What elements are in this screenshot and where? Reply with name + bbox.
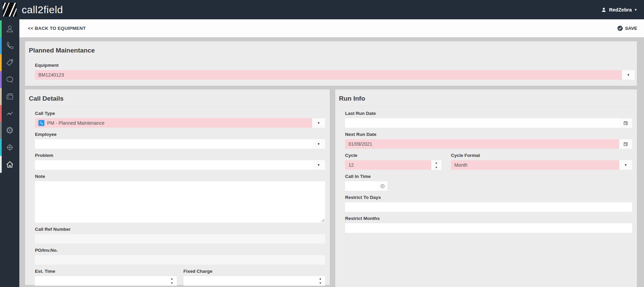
sidebar-item-tags[interactable] <box>0 54 19 71</box>
field-cycle-format: Cycle Format Month ▼ <box>451 153 632 170</box>
action-bar: << BACK TO EQUIPMENT SAVE <box>19 19 644 37</box>
employee-dropdown-button[interactable]: ▼ <box>312 139 325 149</box>
panel-title: Planned Mainentance <box>29 47 95 54</box>
field-restrict-days: Restrict To Days <box>345 195 632 212</box>
call-in-time-clock-button[interactable] <box>377 181 387 191</box>
sidebar-item-customers[interactable] <box>0 20 19 37</box>
user-icon <box>601 7 607 13</box>
sidebar-item-home[interactable] <box>0 156 19 173</box>
next-run-date-input[interactable] <box>345 139 619 149</box>
problem-label: Problem <box>35 153 325 158</box>
chevron-down-icon: ▼ <box>624 163 627 167</box>
tag-icon <box>5 58 14 67</box>
field-call-in-time: Call In Time <box>345 174 632 191</box>
field-next-run-date: Next Run Date <box>345 132 632 149</box>
est-time-label: Est. Time <box>35 269 177 274</box>
stepper-up-icon[interactable]: ▲ <box>435 161 438 164</box>
gear-icon: ⚙ <box>5 126 14 135</box>
field-call-type: Call Type PM - Planned Maintenance ▼ <box>35 111 325 128</box>
restrict-days-input[interactable] <box>345 202 632 212</box>
field-po-inv: PO/Inv.No. <box>35 248 325 265</box>
field-last-run-date: Last Run Date <box>345 111 632 128</box>
note-label: Note <box>35 174 325 179</box>
sidebar-item-settings[interactable]: ⚙ <box>0 122 19 139</box>
cycle-format-select[interactable]: Month <box>451 160 619 170</box>
person-icon <box>5 24 14 33</box>
sidebar-item-locate[interactable] <box>0 139 19 156</box>
user-menu[interactable]: RedZebra ▾ <box>601 7 637 13</box>
sidebar-item-billing[interactable] <box>0 88 19 105</box>
field-call-ref: Call Ref Number <box>35 227 325 244</box>
stripe <box>0 139 2 156</box>
call-type-value: PM - Planned Maintenance <box>47 120 105 126</box>
stepper-up-icon[interactable]: ▲ <box>171 277 173 280</box>
home-icon <box>5 160 14 169</box>
planned-maintenance-panel: Planned Mainentance Equipment ▼ <box>25 41 637 86</box>
stepper-up-icon[interactable]: ▲ <box>319 277 322 280</box>
stripe <box>0 20 2 37</box>
sidebar-item-messages[interactable] <box>0 71 19 88</box>
restrict-months-input[interactable] <box>345 223 632 233</box>
fixed-charge-label: Fixed Charge <box>184 269 325 274</box>
call-type-dropdown-button[interactable]: ▼ <box>312 118 325 128</box>
equipment-label: Equipment <box>35 63 635 68</box>
sidebar-item-reports[interactable] <box>0 105 19 122</box>
chat-icon <box>5 75 14 84</box>
sidebar-item-calls[interactable] <box>0 37 19 54</box>
app-title: call2field <box>22 4 63 16</box>
field-problem: Problem ▼ <box>35 153 325 170</box>
field-equipment: Equipment ▼ <box>35 63 635 80</box>
problem-input[interactable] <box>35 160 312 170</box>
stepper-down-icon[interactable]: ▼ <box>171 282 173 285</box>
stripe <box>0 105 2 122</box>
cycle-stepper[interactable]: ▲ ▼ <box>431 160 441 170</box>
back-to-equipment-link[interactable]: << BACK TO EQUIPMENT <box>28 26 86 31</box>
target-icon <box>5 143 14 152</box>
equipment-input[interactable] <box>35 70 622 80</box>
chevron-down-icon: ▼ <box>317 121 320 125</box>
problem-dropdown-button[interactable]: ▼ <box>312 160 325 170</box>
call-type-input[interactable]: PM - Planned Maintenance <box>35 118 312 128</box>
last-run-date-calendar-button[interactable] <box>619 118 632 128</box>
save-label: SAVE <box>625 26 637 31</box>
calendar-icon <box>623 120 628 126</box>
stripe <box>0 71 2 88</box>
sidebar-nav: ⚙ <box>0 19 19 287</box>
panel-title: Run Info <box>339 95 365 102</box>
po-inv-input <box>35 255 325 265</box>
call-in-time-input[interactable] <box>345 181 377 191</box>
chevron-down-icon: ▼ <box>627 73 630 77</box>
note-textarea[interactable] <box>35 181 325 223</box>
field-restrict-months: Restrict Months <box>345 216 632 233</box>
fixed-charge-stepper[interactable]: ▲ ▼ <box>319 277 322 285</box>
cycle-input[interactable] <box>345 160 431 170</box>
cycle-format-dropdown-button[interactable]: ▼ <box>619 160 632 170</box>
user-name: RedZebra <box>609 7 632 13</box>
save-button[interactable]: SAVE <box>617 25 637 31</box>
field-fixed-charge: Fixed Charge ▲ ▼ <box>184 269 325 286</box>
panel-title: Call Details <box>29 95 63 102</box>
call-type-label: Call Type <box>35 111 325 116</box>
equipment-dropdown-button[interactable]: ▼ <box>622 70 635 80</box>
next-run-date-calendar-button[interactable] <box>619 139 632 149</box>
field-employee: Employee ▼ <box>35 132 325 149</box>
fixed-charge-input[interactable]: ▲ ▼ <box>184 276 325 286</box>
stripe <box>0 37 2 54</box>
call-ref-label: Call Ref Number <box>35 227 325 232</box>
employee-input[interactable] <box>35 139 312 149</box>
calendar-icon <box>623 141 628 147</box>
chevron-down-icon: ▼ <box>317 163 320 167</box>
field-est-time: Est. Time ▲ ▼ <box>35 269 177 286</box>
phone-icon <box>40 121 43 125</box>
est-time-stepper[interactable]: ▲ ▼ <box>171 277 173 285</box>
next-run-date-label: Next Run Date <box>345 132 632 137</box>
last-run-date-input[interactable] <box>345 118 619 128</box>
est-time-input[interactable]: ▲ ▼ <box>35 276 177 286</box>
top-bar: call2field RedZebra ▾ <box>0 0 644 19</box>
call-in-time-label: Call In Time <box>345 174 632 179</box>
zebra-logo-icon[interactable] <box>3 3 17 17</box>
stripe <box>0 122 2 139</box>
stepper-down-icon[interactable]: ▼ <box>435 166 438 169</box>
restrict-months-label: Restrict Months <box>345 216 632 221</box>
stepper-down-icon[interactable]: ▼ <box>319 282 322 285</box>
